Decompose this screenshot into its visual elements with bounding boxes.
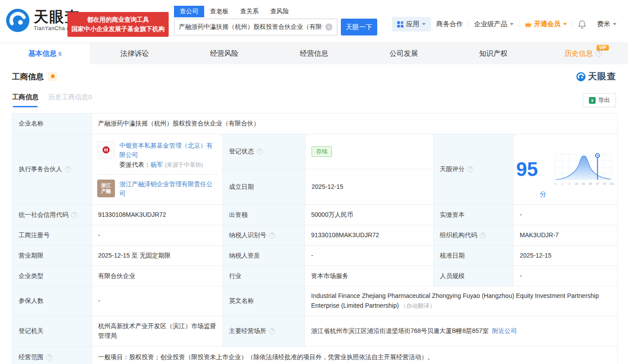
field-label: 登记机关	[12, 316, 91, 346]
field-label: 经营范围	[12, 347, 91, 364]
svg-text:99: 99	[603, 182, 606, 185]
field-label: 参保人数	[12, 286, 91, 316]
field-label: 出资额	[222, 205, 304, 225]
vip-badge: VIP	[596, 45, 609, 51]
help-icon[interactable]	[65, 166, 71, 172]
nav-apps[interactable]: 应用	[392, 17, 431, 31]
search-button[interactable]: 天眼一下	[341, 19, 377, 35]
slogan-line2: 国家中小企业发展子基金旗下机构	[70, 24, 166, 34]
status-badge: 存续	[312, 146, 332, 157]
field-label: 企业名称	[12, 114, 91, 134]
search-tab-company[interactable]: 查公司	[174, 6, 204, 17]
partner-link[interactable]: 浙江产融泽钥企业管理有限责任公司	[119, 180, 213, 197]
svg-text:85: 85	[589, 182, 592, 185]
status-value: 存续	[305, 134, 433, 169]
notification-bell-icon[interactable]	[573, 20, 592, 29]
partner-item: 浙江产融 浙江产融泽钥企业管理有限责任公司	[97, 174, 217, 203]
business-info-table: 企业名称 产融浙药中瀛扶摇（杭州）股权投资合伙企业（有限合伙） 执行事务合伙人 …	[12, 113, 618, 364]
field-label: 行业	[222, 266, 304, 286]
subtab-history-business-info[interactable]: 历史工商信息0	[48, 93, 92, 107]
table-row: 企业名称 产融浙药中瀛扶摇（杭州）股权投资合伙企业（有限合伙）	[12, 114, 617, 134]
field-label: 主要经营场所	[222, 316, 304, 346]
field-label: 英文名称	[222, 286, 304, 316]
field-label: 实缴资本	[433, 205, 513, 225]
apps-grid-icon	[397, 21, 403, 27]
field-label: 组织机构代码	[433, 225, 513, 245]
table-row: 参保人数 - 英文名称 Industrial Finance Zhejiang …	[12, 286, 617, 316]
chevron-down-icon	[563, 23, 567, 25]
table-row: 营业期限 2025-12-15 至 无固定期限 纳税人资质 - 核准日期 202…	[12, 246, 617, 266]
field-label: 登记状态	[223, 134, 305, 169]
subtab-business-info[interactable]: 工商信息	[12, 93, 39, 107]
capital-value: 50000万人民币	[304, 205, 433, 225]
clear-icon[interactable]	[325, 23, 332, 31]
svg-text:0: 0	[554, 182, 556, 185]
field-label: 营业期限	[12, 246, 91, 266]
help-icon[interactable]	[480, 232, 486, 239]
search-input[interactable]: 产融浙药中瀛扶摇（杭州）股权投资合伙企业（有限合	[174, 19, 337, 35]
search-tab-risk[interactable]: 查风险	[265, 6, 295, 17]
taxpayer-qualification-value: -	[304, 246, 433, 266]
partners-cell: 中银资本私募基金管理（北京）有限公司 委派代表：杨军 (来源于中基协) 浙江产融…	[91, 134, 222, 204]
tianyancha-logo-icon	[576, 72, 586, 82]
nav-open-vip[interactable]: 开通会员	[519, 20, 572, 28]
search-tab-relation[interactable]: 查关系	[234, 6, 265, 17]
nearby-companies-link[interactable]: 附近公司	[492, 327, 517, 334]
approval-date-value: 2025-12-15	[513, 246, 618, 266]
chevron-down-icon	[510, 23, 513, 25]
page-header: 天眼查 TianYanCha.com 都在用的商业查询工具 国家中小企业发展子基…	[0, 0, 628, 43]
search-tabs: 查公司 查老板 查关系 查风险	[174, 6, 377, 17]
export-button[interactable]: 导出	[583, 93, 616, 107]
table-row: 工商注册号 - 纳税人识别号 91330108MAK3UDJR72 组织机构代码…	[12, 225, 617, 246]
nav-user[interactable]: 费米	[592, 20, 622, 28]
tab-operating-risk[interactable]: 经营风险	[179, 43, 269, 64]
help-icon[interactable]	[257, 149, 263, 155]
search-tab-boss[interactable]: 查老板	[204, 6, 234, 17]
chevron-down-icon	[422, 23, 426, 25]
slogan-line1: 都在用的商业查询工具	[70, 15, 166, 24]
field-label: 人员规模	[433, 266, 513, 286]
nav-enterprise-products[interactable]: 企业级产品	[469, 20, 519, 28]
tab-legal-proceedings[interactable]: 法律诉讼	[90, 43, 179, 64]
company-tab-bar: 基本信息 6 法律诉讼 经营风险 经营信息 公司发展 知识产权 历史信息 VIP	[0, 43, 628, 64]
representative-link[interactable]: 杨军	[150, 161, 163, 168]
help-icon[interactable]	[269, 232, 275, 239]
boc-emblem-icon	[103, 146, 110, 153]
content-area: 工商信息 天眼查 工商信息 历史工商信息0 导出 企业名称	[0, 70, 628, 364]
field-label: 核准日期	[433, 246, 513, 266]
subscribe-bell-icon[interactable]	[48, 72, 57, 81]
insured-count-value: -	[91, 286, 222, 316]
slogan-banner: 都在用的商业查询工具 国家中小企业发展子基金旗下机构	[67, 12, 169, 37]
company-type-value: 有限合伙企业	[91, 266, 222, 286]
help-icon[interactable]	[467, 166, 474, 172]
svg-text:50: 50	[582, 182, 585, 185]
table-row: 统一社会信用代码 91330108MAK3UDJR72 出资额 50000万人民…	[12, 205, 617, 225]
taxpayer-id-value: 91330108MAK3UDJR72	[304, 225, 433, 245]
field-label: 工商注册号	[12, 225, 91, 245]
reg-no-value: -	[91, 225, 222, 245]
svg-text:1: 1	[561, 182, 563, 185]
field-label: 纳税人资质	[222, 246, 304, 266]
tab-company-development[interactable]: 公司发展	[359, 43, 449, 64]
partner-link[interactable]: 中银资本私募基金管理（北京）有限公司	[119, 142, 213, 158]
field-label: 成立日期	[223, 169, 305, 204]
tab-operating-info[interactable]: 经营信息	[269, 43, 359, 64]
nav-cooperation[interactable]: 商务合作	[431, 20, 468, 28]
help-icon[interactable]	[71, 212, 77, 218]
tab-history-info[interactable]: 历史信息 VIP	[538, 43, 628, 64]
help-icon[interactable]	[46, 354, 52, 360]
business-term-value: 2025-12-15 至 无固定期限	[91, 246, 222, 266]
score-value: 95	[516, 160, 538, 179]
field-label: 企业类型	[12, 266, 91, 286]
help-icon[interactable]	[596, 51, 602, 57]
tab-intellectual-property[interactable]: 知识产权	[449, 43, 538, 64]
table-row: 企业类型 有限合伙企业 行业 资本市场服务 人员规模 -	[12, 266, 617, 286]
help-icon[interactable]	[269, 328, 275, 334]
company-name-value: 产融浙药中瀛扶摇（杭州）股权投资合伙企业（有限合伙）	[91, 114, 618, 134]
field-label: 天眼评分	[433, 134, 513, 204]
tab-basic-info[interactable]: 基本信息 6	[0, 43, 90, 64]
table-row: 执行事务合伙人 中银资本私募基金管理（北京）有限公司 委派代表：杨军 (来源于中…	[12, 134, 617, 205]
field-label: 统一社会信用代码	[12, 205, 91, 225]
svg-text:100: 100	[609, 182, 614, 185]
english-name-value: Industrial Finance Zhejiang Pharmaceutic…	[304, 286, 618, 316]
